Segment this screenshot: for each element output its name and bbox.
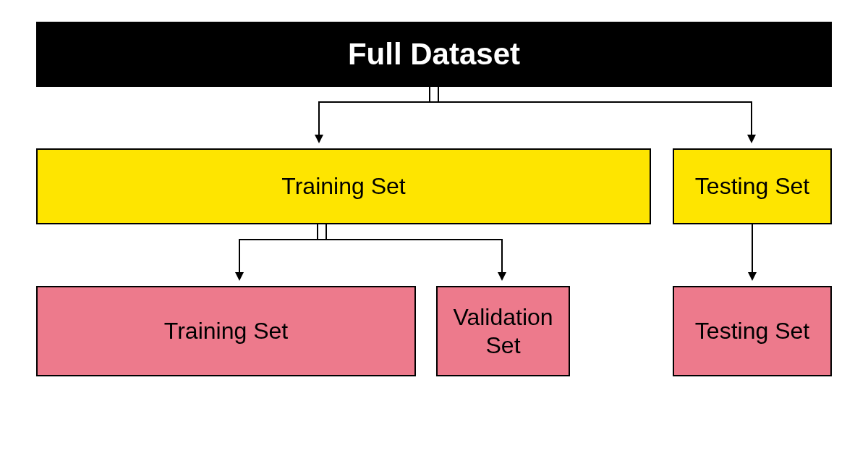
training-set-l2-box: Training Set xyxy=(36,148,651,224)
testing-set-l2-box: Testing Set xyxy=(673,148,832,224)
arrow-down-icon xyxy=(315,135,323,143)
arrow-down-icon xyxy=(748,272,757,281)
testing-set-l3-label: Testing Set xyxy=(695,317,809,345)
connector-line xyxy=(429,87,430,103)
training-set-l3-label: Training Set xyxy=(164,317,288,345)
arrow-down-icon xyxy=(235,272,244,281)
full-dataset-label: Full Dataset xyxy=(348,36,520,72)
arrow-down-icon xyxy=(747,135,756,143)
training-set-l2-label: Training Set xyxy=(281,172,405,200)
connector-line xyxy=(239,239,503,240)
testing-set-l3-box: Testing Set xyxy=(673,286,832,376)
connector-line xyxy=(438,87,439,103)
connector-line xyxy=(752,224,753,274)
connector-line xyxy=(501,239,503,274)
connector-line xyxy=(318,101,320,136)
training-set-l3-box: Training Set xyxy=(36,286,416,376)
connector-line xyxy=(326,224,327,240)
connector-line xyxy=(317,224,318,240)
testing-set-l2-label: Testing Set xyxy=(695,172,809,200)
connector-line xyxy=(239,239,240,274)
validation-set-l3-box: Validation Set xyxy=(436,286,570,376)
connector-line xyxy=(751,101,752,136)
arrow-down-icon xyxy=(498,272,506,281)
full-dataset-box: Full Dataset xyxy=(36,22,832,87)
validation-set-l3-label: Validation Set xyxy=(445,303,561,359)
connector-line xyxy=(318,101,752,103)
